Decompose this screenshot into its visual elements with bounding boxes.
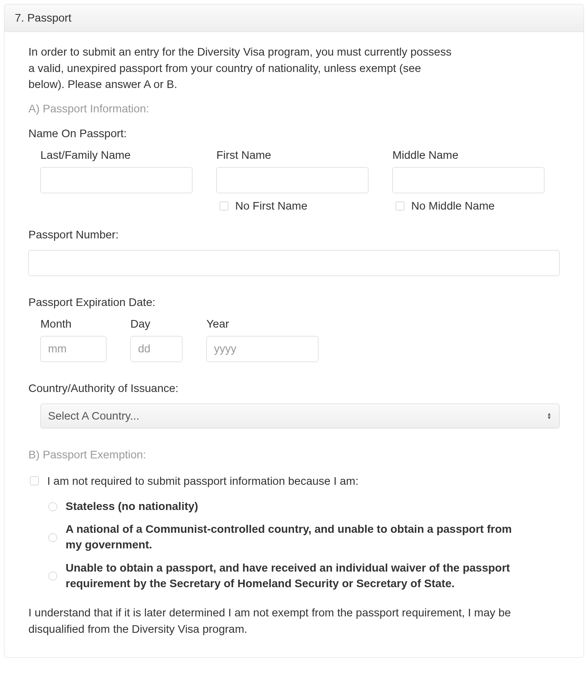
panel-title: 7. Passport (4, 4, 584, 32)
no-first-name-checkbox[interactable] (220, 202, 228, 210)
month-label: Month (40, 318, 106, 330)
day-input[interactable] (130, 336, 182, 362)
issuance-label: Country/Authority of Issuance: (28, 382, 560, 395)
last-name-label: Last/Family Name (40, 149, 192, 162)
disclaimer-text: I understand that if it is later determi… (28, 605, 528, 637)
intro-text: In order to submit an entry for the Dive… (28, 44, 452, 93)
radio-stateless[interactable] (48, 502, 57, 511)
no-middle-name-label: No Middle Name (411, 200, 495, 212)
country-select[interactable]: Select A Country... (40, 404, 560, 428)
first-name-input[interactable] (216, 167, 368, 193)
no-first-name-label: No First Name (235, 200, 307, 212)
year-label: Year (206, 318, 318, 330)
section-b-title: B) Passport Exemption: (28, 448, 560, 461)
exempt-prompt: I am not required to submit passport inf… (47, 473, 358, 489)
expiration-label: Passport Expiration Date: (28, 296, 560, 309)
month-input[interactable] (40, 336, 106, 362)
passport-panel: 7. Passport In order to submit an entry … (4, 4, 584, 658)
radio-stateless-label: Stateless (no nationality) (66, 498, 198, 514)
exempt-checkbox[interactable] (30, 476, 39, 485)
year-input[interactable] (206, 336, 318, 362)
day-label: Day (130, 318, 182, 330)
radio-communist-label: A national of a Communist-controlled cou… (66, 521, 514, 552)
country-select-value: Select A Country... (48, 410, 139, 422)
radio-waiver-label: Unable to obtain a passport, and have re… (66, 560, 514, 591)
passport-number-input[interactable] (28, 250, 560, 276)
middle-name-input[interactable] (392, 167, 544, 193)
section-a-title: A) Passport Information: (28, 102, 560, 115)
first-name-label: First Name (216, 149, 368, 162)
no-middle-name-checkbox[interactable] (396, 202, 404, 210)
passport-number-label: Passport Number: (28, 228, 560, 241)
name-on-passport-label: Name On Passport: (28, 127, 560, 140)
radio-waiver[interactable] (48, 572, 57, 580)
middle-name-label: Middle Name (392, 149, 544, 162)
last-name-input[interactable] (40, 167, 192, 193)
radio-communist[interactable] (48, 533, 57, 542)
